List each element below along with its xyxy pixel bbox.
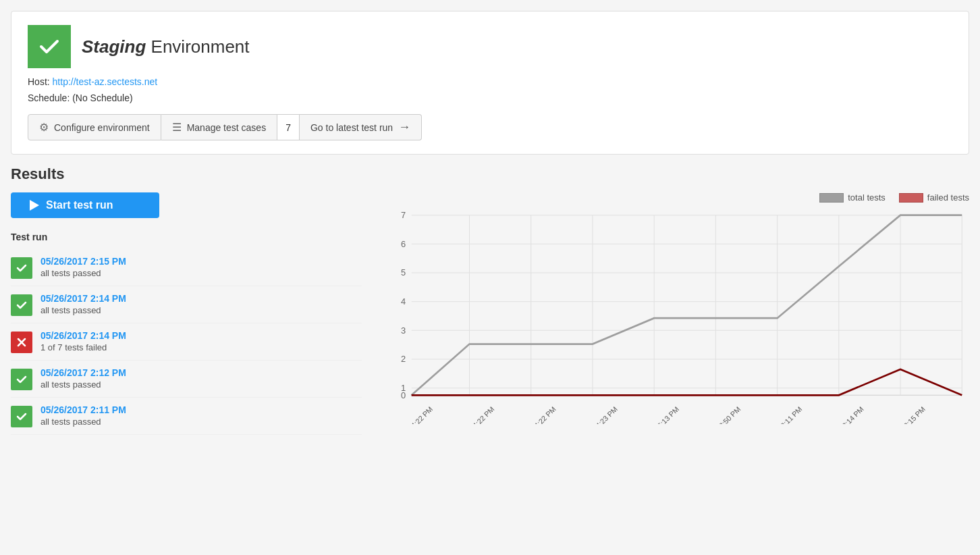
- test-run-result: all tests passed: [40, 305, 126, 315]
- configure-label: Configure environment: [54, 122, 150, 133]
- test-run-info: 05/26/2017 2:14 PM1 of 7 tests failed: [40, 330, 126, 352]
- configure-environment-button[interactable]: ⚙ Configure environment: [28, 114, 161, 140]
- svg-text:3: 3: [401, 325, 406, 336]
- legend-total-color: [819, 193, 844, 203]
- go-to-latest-button[interactable]: Go to latest test run →: [300, 114, 422, 140]
- chart-panel: total tests failed tests: [375, 192, 969, 435]
- svg-text:05/26/2017 12:50 PM: 05/26/2017 12:50 PM: [687, 405, 742, 424]
- test-run-info: 05/26/2017 2:11 PMall tests passed: [40, 404, 126, 427]
- svg-text:05/12/2017 4:22 PM: 05/12/2017 4:22 PM: [506, 405, 557, 424]
- action-buttons-group: ⚙ Configure environment ☰ Manage test ca…: [28, 114, 952, 140]
- play-icon: [30, 200, 39, 211]
- pass-icon: [11, 257, 32, 279]
- arrow-right-icon: →: [398, 120, 410, 134]
- results-title: Results: [11, 165, 969, 183]
- test-run-item: 05/26/2017 2:14 PM1 of 7 tests failed: [11, 323, 362, 361]
- host-info: Host: http://test-az.sectests.net: [28, 76, 952, 87]
- svg-text:05/12/2017 4:23 PM: 05/12/2017 4:23 PM: [567, 405, 619, 424]
- svg-text:05/26/2017 2:15 PM: 05/26/2017 2:15 PM: [875, 405, 927, 424]
- test-run-info: 05/26/2017 2:15 PMall tests passed: [40, 256, 126, 278]
- list-icon: ☰: [172, 121, 182, 134]
- legend-failed: failed tests: [899, 192, 969, 203]
- pass-icon: [11, 294, 32, 316]
- start-test-run-button[interactable]: Start test run: [11, 192, 159, 218]
- test-run-date-link[interactable]: 05/26/2017 2:12 PM: [40, 367, 126, 378]
- pass-icon: [11, 406, 32, 427]
- test-run-date-link[interactable]: 05/26/2017 2:11 PM: [40, 404, 126, 415]
- test-run-result: all tests passed: [40, 417, 126, 427]
- test-run-info: 05/26/2017 2:14 PMall tests passed: [40, 293, 126, 315]
- test-run-item: 05/26/2017 2:14 PMall tests passed: [11, 286, 362, 323]
- fail-icon: [11, 332, 32, 353]
- environment-header: Staging Environment: [28, 25, 952, 68]
- test-run-list: 05/26/2017 2:15 PMall tests passed05/26/…: [11, 249, 362, 435]
- start-button-label: Start test run: [46, 199, 113, 211]
- svg-text:05/12/2017 4:22 PM: 05/12/2017 4:22 PM: [444, 405, 496, 424]
- pass-icon: [11, 369, 32, 390]
- svg-text:0: 0: [401, 390, 406, 400]
- test-run-result: all tests passed: [40, 268, 126, 278]
- test-run-result: all tests passed: [40, 379, 126, 390]
- main-content: Start test run Test run 05/26/2017 2:15 …: [11, 192, 969, 435]
- svg-text:7: 7: [401, 210, 406, 220]
- legend-failed-color: [899, 193, 923, 203]
- svg-text:2: 2: [401, 354, 406, 364]
- svg-text:05/26/2017 2:11 PM: 05/26/2017 2:11 PM: [752, 405, 804, 424]
- test-run-date-link[interactable]: 05/26/2017 2:14 PM: [40, 330, 126, 341]
- test-run-item: 05/26/2017 2:12 PMall tests passed: [11, 361, 362, 398]
- legend-total: total tests: [819, 192, 886, 203]
- test-run-date-link[interactable]: 05/26/2017 2:14 PM: [40, 293, 126, 304]
- host-link[interactable]: http://test-az.sectests.net: [53, 76, 158, 87]
- chart-legend: total tests failed tests: [375, 192, 969, 203]
- svg-text:05/26/2017 2:14 PM: 05/26/2017 2:14 PM: [813, 405, 865, 424]
- test-run-date-link[interactable]: 05/26/2017 2:15 PM: [40, 256, 126, 267]
- legend-failed-label: failed tests: [927, 192, 969, 203]
- test-run-info: 05/26/2017 2:12 PMall tests passed: [40, 367, 126, 390]
- svg-text:5: 5: [401, 267, 406, 278]
- manage-test-cases-button[interactable]: ☰ Manage test cases: [161, 114, 278, 140]
- environment-card: Staging Environment Host: http://test-az…: [11, 11, 969, 155]
- chart-svg: 7 6 5 4 3 2 1 0: [375, 208, 969, 424]
- env-status-icon: [28, 25, 71, 68]
- test-run-item: 05/26/2017 2:11 PMall tests passed: [11, 398, 362, 435]
- svg-text:6: 6: [401, 239, 406, 249]
- schedule-info: Schedule: (No Schedule): [28, 92, 952, 103]
- chart-container: 7 6 5 4 3 2 1 0: [375, 208, 969, 424]
- test-list-panel: Start test run Test run 05/26/2017 2:15 …: [11, 192, 362, 435]
- test-count-badge: 7: [277, 114, 300, 140]
- test-run-item: 05/26/2017 2:15 PMall tests passed: [11, 249, 362, 286]
- svg-text:05/12/2017 4:22 PM: 05/12/2017 4:22 PM: [382, 405, 434, 424]
- test-run-label: Test run: [11, 232, 362, 242]
- gear-icon: ⚙: [39, 121, 49, 134]
- results-section: Results Start test run Test run 05/26/20…: [11, 165, 969, 435]
- svg-text:05/12/2017 6:13 PM: 05/12/2017 6:13 PM: [628, 405, 680, 424]
- manage-label: Manage test cases: [187, 122, 267, 133]
- legend-total-label: total tests: [848, 192, 886, 203]
- go-to-latest-label: Go to latest test run: [310, 122, 393, 133]
- svg-text:4: 4: [401, 296, 406, 307]
- test-run-result: 1 of 7 tests failed: [40, 342, 126, 352]
- environment-title: Staging Environment: [82, 36, 250, 57]
